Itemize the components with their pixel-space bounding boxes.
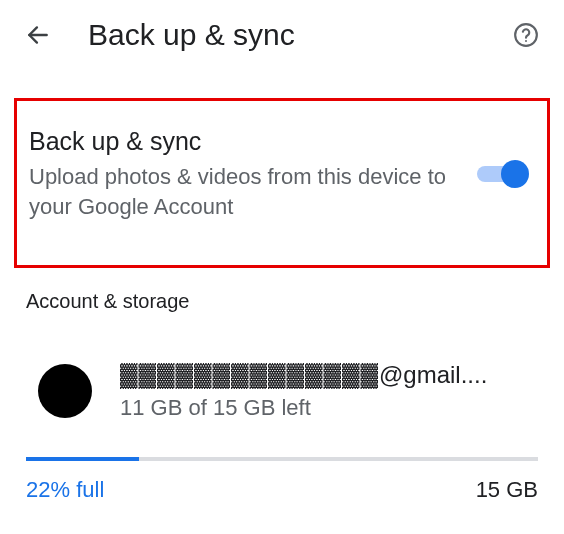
account-row[interactable]: ▓▓▓▓▓▓▓▓▓▓▓▓▓▓@gmail.... 11 GB of 15 GB …: [0, 313, 564, 421]
header: Back up & sync: [0, 0, 564, 70]
help-icon[interactable]: [512, 21, 540, 49]
back-icon[interactable]: [24, 21, 52, 49]
page-title: Back up & sync: [88, 18, 512, 52]
backup-sync-setting[interactable]: Back up & sync Upload photos & videos fr…: [14, 98, 550, 268]
avatar: [38, 364, 92, 418]
section-label-account-storage: Account & storage: [0, 268, 564, 313]
storage-percent: 22% full: [26, 477, 104, 503]
progress-fill: [26, 457, 139, 461]
svg-point-2: [525, 40, 527, 42]
backup-sync-text: Back up & sync Upload photos & videos fr…: [29, 127, 477, 221]
storage-summary: 22% full 15 GB: [0, 461, 564, 503]
account-email-redacted: ▓▓▓▓▓▓▓▓▓▓▓▓▓▓: [120, 361, 379, 388]
account-info: ▓▓▓▓▓▓▓▓▓▓▓▓▓▓@gmail.... 11 GB of 15 GB …: [120, 361, 538, 421]
backup-sync-description: Upload photos & videos from this device …: [29, 162, 465, 221]
svg-point-1: [515, 24, 537, 46]
account-email: ▓▓▓▓▓▓▓▓▓▓▓▓▓▓@gmail....: [120, 361, 538, 389]
storage-total: 15 GB: [476, 477, 538, 503]
storage-progress: [0, 421, 564, 461]
progress-bar: [26, 457, 538, 461]
account-storage-text: 11 GB of 15 GB left: [120, 395, 538, 421]
backup-sync-toggle[interactable]: [477, 159, 529, 189]
backup-sync-title: Back up & sync: [29, 127, 465, 156]
toggle-thumb: [501, 160, 529, 188]
account-email-suffix: @gmail....: [379, 361, 487, 388]
